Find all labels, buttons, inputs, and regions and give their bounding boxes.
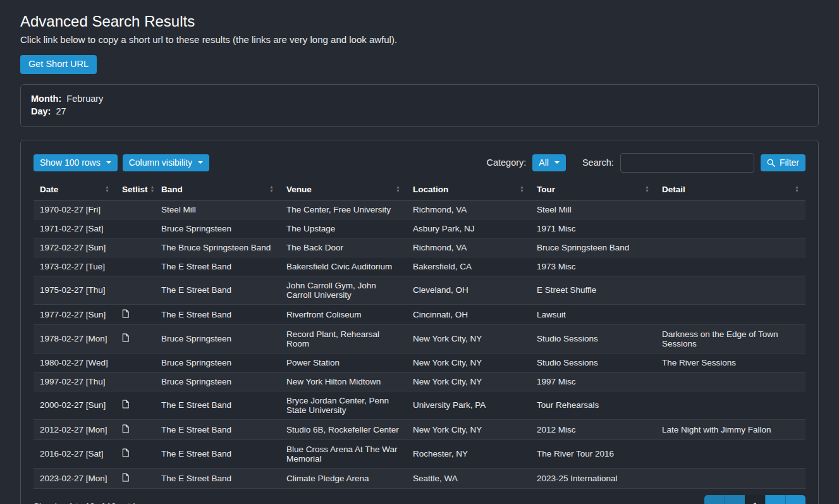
search-icon bbox=[767, 159, 775, 167]
category-dropdown[interactable]: All bbox=[532, 154, 566, 171]
cell-date: 1978-02-27 [Mon] bbox=[34, 324, 116, 353]
cell-date: 1972-02-27 [Sun] bbox=[34, 238, 116, 257]
table-row: 1978-02-27 [Mon]Bruce SpringsteenRecord … bbox=[34, 324, 805, 353]
document-icon bbox=[122, 448, 129, 457]
filter-button[interactable]: Filter bbox=[761, 154, 805, 171]
cell-tour: Studio Sessions bbox=[530, 353, 656, 372]
column-visibility-dropdown[interactable]: Column visibility bbox=[123, 154, 209, 171]
cell-detail bbox=[656, 276, 805, 304]
cell-setlist[interactable] bbox=[116, 468, 155, 488]
cell-tour: 1997 Misc bbox=[530, 372, 656, 391]
cell-location: New York City, NY bbox=[407, 353, 530, 372]
pagination-last[interactable]: » bbox=[785, 495, 805, 504]
sort-icons: ▲▼ bbox=[520, 185, 524, 193]
month-value: February bbox=[66, 94, 103, 104]
show-rows-dropdown[interactable]: Show 100 rows bbox=[34, 154, 118, 171]
search-label: Search: bbox=[582, 157, 614, 168]
sort-icons: ▲▼ bbox=[269, 185, 274, 193]
cell-venue: The Back Door bbox=[280, 238, 407, 257]
cell-setlist[interactable] bbox=[116, 324, 155, 353]
table-row: 2016-02-27 [Sat]The E Street BandBlue Cr… bbox=[34, 439, 805, 468]
cell-band: The E Street Band bbox=[155, 257, 280, 276]
cell-venue: Bryce Jordan Center, Penn State Universi… bbox=[280, 391, 407, 419]
cell-setlist[interactable] bbox=[116, 439, 155, 468]
search-input[interactable] bbox=[620, 153, 754, 173]
cell-tour: Lawsuit bbox=[530, 304, 656, 324]
cell-band: Bruce Springsteen bbox=[155, 372, 280, 391]
table-row: 2000-02-27 [Sun]The E Street BandBryce J… bbox=[34, 391, 805, 419]
cell-date: 1997-02-27 [Thu] bbox=[34, 372, 116, 391]
column-label: Date bbox=[40, 185, 58, 194]
sort-icons: ▲▼ bbox=[150, 185, 155, 193]
table-body: 1970-02-27 [Fri]Steel MillThe Center, Fr… bbox=[34, 200, 805, 488]
table-toolbar: Show 100 rows Column visibility Category… bbox=[34, 153, 805, 173]
cell-setlist[interactable] bbox=[116, 391, 155, 419]
table-row: 1973-02-27 [Tue]The E Street BandBakersf… bbox=[34, 257, 805, 276]
sort-icons: ▲▼ bbox=[105, 185, 109, 193]
cell-location: New York City, NY bbox=[407, 324, 530, 353]
cell-detail bbox=[656, 468, 805, 488]
cell-location: Cleveland, OH bbox=[407, 276, 530, 304]
cell-detail bbox=[656, 439, 805, 468]
pagination-first[interactable]: « bbox=[704, 495, 725, 504]
cell-tour: 2012 Misc bbox=[530, 419, 656, 439]
cell-date: 2000-02-27 [Sun] bbox=[34, 391, 116, 419]
table-row: 2023-02-27 [Mon]The E Street BandClimate… bbox=[34, 468, 805, 488]
cell-band: Bruce Springsteen bbox=[155, 353, 280, 372]
toolbar-left: Show 100 rows Column visibility bbox=[34, 154, 209, 171]
column-header-location[interactable]: Location▲▼ bbox=[407, 180, 530, 200]
cell-band: The E Street Band bbox=[155, 468, 280, 488]
column-visibility-label: Column visibility bbox=[129, 158, 192, 168]
cell-date: 1977-02-27 [Sun] bbox=[34, 304, 116, 324]
cell-tour: Tour Rehearsals bbox=[530, 391, 656, 419]
cell-date: 2023-02-27 [Mon] bbox=[34, 468, 116, 488]
column-header-detail[interactable]: Detail▲▼ bbox=[656, 180, 805, 200]
cell-setlist bbox=[116, 238, 155, 257]
get-short-url-button[interactable]: Get Short URL bbox=[20, 55, 97, 74]
category-label: Category: bbox=[486, 157, 526, 168]
cell-setlist bbox=[116, 219, 155, 238]
cell-setlist bbox=[116, 353, 155, 372]
table-row: 2012-02-27 [Mon]The E Street BandStudio … bbox=[34, 419, 805, 439]
pagination-next[interactable]: › bbox=[765, 495, 785, 504]
criteria-day-row: Day:27 bbox=[31, 105, 808, 118]
criteria-month-row: Month:February bbox=[31, 92, 808, 105]
cell-date: 2016-02-27 [Sat] bbox=[34, 439, 116, 468]
cell-location: Richmond, VA bbox=[407, 238, 530, 257]
cell-detail bbox=[656, 200, 805, 219]
day-value: 27 bbox=[56, 106, 66, 116]
cell-venue: Blue Cross Arena At The War Memorial bbox=[280, 439, 407, 468]
cell-venue: The Upstage bbox=[280, 219, 407, 238]
column-label: Setlist bbox=[122, 185, 148, 194]
pagination-previous[interactable]: ‹ bbox=[725, 495, 745, 504]
document-icon bbox=[122, 473, 129, 482]
column-label: Location bbox=[413, 185, 448, 194]
cell-location: New York City, NY bbox=[407, 372, 530, 391]
cell-location: Rochester, NY bbox=[407, 439, 530, 468]
cell-date: 1971-02-27 [Sat] bbox=[34, 219, 116, 238]
column-header-tour[interactable]: Tour▲▼ bbox=[530, 180, 656, 200]
column-header-band[interactable]: Band▲▼ bbox=[155, 180, 280, 200]
cell-date: 1970-02-27 [Fri] bbox=[34, 200, 116, 219]
column-header-venue[interactable]: Venue▲▼ bbox=[280, 180, 407, 200]
table-row: 1971-02-27 [Sat]Bruce SpringsteenThe Ups… bbox=[34, 219, 805, 238]
document-icon bbox=[122, 333, 129, 342]
column-header-setlist[interactable]: Setlist▲▼ bbox=[116, 180, 155, 200]
cell-setlist[interactable] bbox=[116, 304, 155, 324]
cell-detail bbox=[656, 304, 805, 324]
pagination-page-1[interactable]: 1 bbox=[745, 495, 765, 504]
cell-date: 1973-02-27 [Tue] bbox=[34, 257, 116, 276]
cell-setlist[interactable] bbox=[116, 419, 155, 439]
column-header-date[interactable]: Date▲▼ bbox=[34, 180, 116, 200]
table-row: 1975-02-27 [Thu]The E Street BandJohn Ca… bbox=[34, 276, 805, 304]
cell-location: Cincinnati, OH bbox=[407, 304, 530, 324]
cell-venue: Record Plant, Rehearsal Room bbox=[280, 324, 407, 353]
cell-detail bbox=[656, 219, 805, 238]
cell-venue: Studio 6B, Rockefeller Center bbox=[280, 419, 407, 439]
cell-venue: Bakersfield Civic Auditorium bbox=[280, 257, 407, 276]
results-table: Date▲▼Setlist▲▼Band▲▼Venue▲▼Location▲▼To… bbox=[34, 180, 805, 489]
cell-date: 2012-02-27 [Mon] bbox=[34, 419, 116, 439]
cell-venue: The Center, Free University bbox=[280, 200, 407, 219]
cell-band: The E Street Band bbox=[155, 391, 280, 419]
cell-detail: The River Sessions bbox=[656, 353, 805, 372]
